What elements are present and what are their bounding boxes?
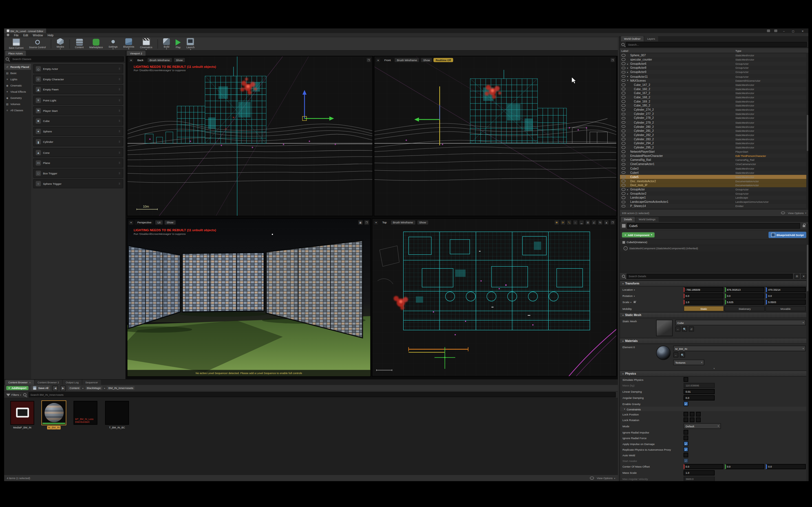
toolbar-cinematics[interactable]: Cinematics▾ <box>139 37 154 50</box>
toolbar-marketplace[interactable]: Marketplace <box>88 38 104 49</box>
visibility-eye-icon[interactable] <box>621 100 626 103</box>
outliner-row-groupactor9[interactable]: ▸GroupActor9GroupActor <box>620 70 809 74</box>
viewport-top-right[interactable]: ▾FrontBrush WireframeShowRealtime Off❐ <box>374 56 617 216</box>
static-mesh-thumbnail[interactable] <box>656 320 673 336</box>
world-local-icon[interactable]: ⌂ <box>573 220 578 225</box>
vp-bottom-right-brush-wireframe-button[interactable]: Brush Wireframe <box>390 220 416 225</box>
outliner-row-camerarig-rail[interactable]: CameraRig_RailCameraRig_Rail <box>620 158 809 162</box>
category-volumes[interactable]: ▧Volumes <box>4 101 31 107</box>
visibility-eye-icon[interactable] <box>621 62 626 65</box>
lock-y-toggle[interactable] <box>690 412 695 416</box>
tab-world-outliner[interactable]: World Outliner <box>621 36 644 41</box>
details-gear-icon[interactable]: ⚙ <box>795 274 800 279</box>
camera-icon[interactable]: ▣ <box>358 220 363 225</box>
layout-icon[interactable] <box>767 30 770 32</box>
lock-icon[interactable] <box>803 225 805 227</box>
rotation-snap-icon[interactable]: ∠ <box>592 220 597 225</box>
outliner-row-groupactor[interactable]: ▸GroupActorGroupActor <box>620 187 809 191</box>
window-title-tab[interactable]: BM_IN_Level - Unreal Editor <box>4 29 46 33</box>
grid-snap-icon[interactable]: ⊞ <box>585 220 591 225</box>
placeable-player-start[interactable]: ⚑Player Start⠿ <box>33 106 123 115</box>
camera-speed-icon[interactable]: ▲ <box>604 220 609 225</box>
viewport-top-left[interactable]: 10m ▾BackBrush WireframeShow❐ LIGHTING N… <box>127 56 373 216</box>
expander-icon[interactable]: ▾ <box>627 79 630 82</box>
axis-x-input[interactable]: 1.0 <box>683 299 723 304</box>
center-of-mass-offset-y-input[interactable]: 0.0 <box>725 464 765 469</box>
asset-mediap-bm-in[interactable]: MediaP_BM_IN <box>9 401 35 429</box>
visibility-eye-icon[interactable] <box>621 58 626 61</box>
outliner-search-input[interactable] <box>626 42 807 47</box>
actor-name-field[interactable]: Cube5 <box>627 223 800 229</box>
browse-to-asset-icon[interactable]: 🔍 <box>680 352 685 357</box>
placeable-sphere[interactable]: ●Sphere⠿ <box>33 127 123 136</box>
outliner-row-cinecameraactor1[interactable]: CineCameraActor1CineCameraActor <box>620 162 809 166</box>
scale-snap-icon[interactable]: % <box>598 220 603 225</box>
expander-icon[interactable]: ▸ <box>627 188 630 191</box>
axis-z-input[interactable]: 0.0 <box>766 293 806 298</box>
toolbar-content[interactable]: Content <box>73 38 85 49</box>
visibility-eye-icon[interactable] <box>621 104 626 107</box>
toolbar-source-control[interactable]: Source Control <box>28 38 47 49</box>
outliner-row-groupactor11[interactable]: ▸GroupActor11GroupActor <box>620 74 809 78</box>
reset-icon[interactable]: ↺ <box>689 327 694 332</box>
category-recently-placed[interactable]: ↺Recently Placed <box>4 64 31 70</box>
placeable-cylinder[interactable]: ▮Cylinder⠿ <box>33 137 123 147</box>
outliner-row-sphere-007[interactable]: Sphere_007StaticMeshActor <box>620 53 809 57</box>
category-cinematic[interactable]: ◉Cinematic <box>4 82 31 89</box>
vp-bottom-left-perspective-button[interactable]: Perspective <box>135 220 154 225</box>
lock-z-toggle[interactable] <box>696 417 701 422</box>
outliner-row-cube-167-2[interactable]: Cube_167_2StaticMeshActor <box>620 91 809 95</box>
category-visual-effects[interactable]: ✦Visual Effects <box>4 89 31 95</box>
auto-weld-checkbox[interactable] <box>683 453 688 457</box>
visibility-eye-icon[interactable] <box>621 71 626 73</box>
menu-file[interactable]: File <box>14 33 18 36</box>
outliner-row-cube-180-2[interactable]: Cube_180_2StaticMeshActor <box>620 104 809 108</box>
outliner-row-cylinder-278-2[interactable]: Cylinder_278_2StaticMeshActor <box>620 116 809 120</box>
mobility-static[interactable]: Static <box>683 306 724 312</box>
outliner-row-cylinder-281-2[interactable]: Cylinder_281_2StaticMeshActor <box>620 129 809 133</box>
vp-top-right-front-button[interactable]: Front <box>382 57 393 62</box>
visibility-eye-icon[interactable] <box>621 154 626 157</box>
scale-lock-icon[interactable] <box>634 301 636 303</box>
add-import-button[interactable]: + Add/Import <box>6 386 29 390</box>
maximize-button[interactable]: ▢ <box>790 29 796 33</box>
axis-y-input[interactable]: 0.0 <box>725 293 765 298</box>
toolbar-build[interactable]: Build▾ <box>161 38 171 50</box>
forward-button[interactable]: ▶ <box>60 385 66 391</box>
ignore-radial-force-checkbox[interactable] <box>683 436 688 441</box>
toolbar-modes[interactable]: Modes▾ <box>55 38 65 50</box>
visibility-eye-icon[interactable] <box>621 54 626 57</box>
simulate-physics-checkbox[interactable] <box>683 377 688 382</box>
mass-scale-input[interactable]: 1.0 <box>683 470 714 475</box>
expander-icon[interactable]: ▸ <box>627 75 630 77</box>
outliner-row-cylinder-279-2[interactable]: Cylinder_279_2StaticMeshActor <box>620 120 809 124</box>
vp-top-right-show-button[interactable]: Show <box>421 57 433 62</box>
viewport-bottom-left-canvas[interactable] <box>128 219 371 377</box>
visibility-eye-icon[interactable] <box>621 96 626 99</box>
start-awake-checkbox[interactable]: ✓ <box>683 458 688 463</box>
visibility-eye-icon[interactable] <box>621 87 626 90</box>
menu-help[interactable]: Help <box>48 33 54 36</box>
outliner-row-cube-168-2[interactable]: Cube_168_2StaticMeshActor <box>620 95 809 100</box>
ignore-radial-impulse-checkbox[interactable] <box>683 430 688 435</box>
vp-top-left-brush-wireframe-button[interactable]: Brush Wireframe <box>147 57 172 62</box>
minimize-button[interactable]: – <box>781 29 786 33</box>
outliner-row-cylinder-277-2[interactable]: Cylinder_277_2StaticMeshActor <box>620 112 809 116</box>
section-static-mesh[interactable]: ▾ Static Mesh <box>620 312 809 318</box>
viewport-top-left-canvas[interactable]: 10m <box>128 56 373 216</box>
outliner-row-landscapegizmoactiveactor1[interactable]: LandscapeGizmoActiveActor1LandscapeGizmo… <box>620 200 809 204</box>
component-tree-root[interactable]: Cube5(Instance) <box>620 239 809 245</box>
outliner-row-specular-counter[interactable]: specular_counterStaticMeshActor <box>620 57 809 62</box>
visibility-eye-icon[interactable] <box>621 121 626 124</box>
outliner-row-emulatedplayercharacter[interactable]: EmulatedPlayerCharacterEdit ThirdPersonC… <box>620 154 809 158</box>
inherited-component-note[interactable]: i StaticMeshComponent (StaticMeshCompone… <box>620 245 809 251</box>
outliner-row-cube-160-2[interactable]: Cube_160_2StaticMeshActor <box>620 87 809 91</box>
details-expand-icon[interactable]: ▾ <box>801 274 806 279</box>
visibility-eye-icon[interactable] <box>621 66 626 69</box>
placeable-empty-actor[interactable]: ◇Empty Actor⠿ <box>33 64 123 73</box>
browse-to-asset-icon[interactable]: 🔍 <box>682 327 687 332</box>
axis-y-input[interactable]: 5.625 <box>725 299 765 304</box>
place-actors-search-input[interactable] <box>10 56 124 61</box>
category-basic[interactable]: ▤Basic <box>4 70 31 76</box>
outliner-column-header[interactable]: Label Type <box>620 48 809 53</box>
